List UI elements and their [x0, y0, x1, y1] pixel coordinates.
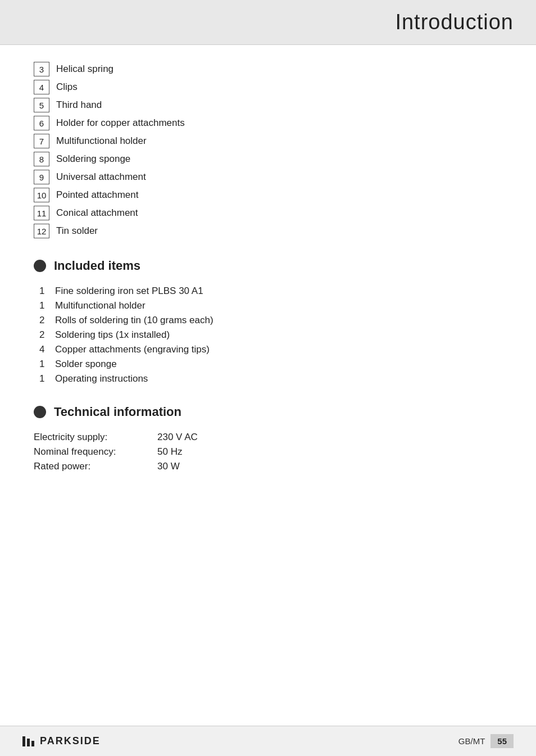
main-content: 3 Helical spring 4 Clips 5 Third hand 6 … — [0, 45, 536, 726]
list-item: 2 Rolls of soldering tin (10 grams each) — [39, 315, 502, 326]
num-badge: 11 — [34, 206, 49, 220]
list-item: 5 Third hand — [34, 98, 502, 112]
list-item: 9 Universal attachment — [34, 170, 502, 184]
num-badge: 5 — [34, 98, 49, 112]
item-label: Multifunctional holder — [56, 135, 147, 147]
list-item: 10 Pointed attachment — [34, 188, 502, 202]
tech-key: Electricity supply: — [34, 432, 157, 443]
tech-value: 50 Hz — [157, 446, 182, 458]
item-label: Copper attachments (engraving tips) — [55, 344, 210, 355]
item-label: Third hand — [56, 99, 102, 111]
item-label: Clips — [56, 82, 78, 93]
tech-row: Rated power: 30 W — [34, 461, 502, 472]
num-badge: 8 — [34, 152, 49, 166]
num-badge: 4 — [34, 80, 49, 94]
technical-info-heading: Technical information — [34, 405, 502, 419]
list-item: 1 Operating instructions — [39, 373, 502, 384]
list-item: 1 Multifunctional holder — [39, 300, 502, 311]
technical-info-title: Technical information — [54, 405, 181, 419]
footer-page: 55 — [490, 734, 514, 748]
logo-stripes-icon — [22, 736, 34, 746]
included-list: 1 Fine soldering iron set PLBS 30 A1 1 M… — [34, 286, 502, 384]
item-label: Fine soldering iron set PLBS 30 A1 — [55, 286, 203, 297]
list-item: 12 Tin solder — [34, 224, 502, 238]
list-item: 6 Holder for copper attachments — [34, 116, 502, 130]
item-qty: 1 — [39, 300, 55, 311]
list-item: 1 Solder sponge — [39, 359, 502, 370]
included-items-title: Included items — [54, 259, 140, 273]
list-item: 7 Multifunctional holder — [34, 134, 502, 148]
page: Introduction 3 Helical spring 4 Clips 5 … — [0, 0, 536, 756]
footer-right: GB/MT 55 — [458, 734, 514, 748]
brand-logo: PARKSIDE — [22, 735, 101, 747]
num-badge: 7 — [34, 134, 49, 148]
numbered-list: 3 Helical spring 4 Clips 5 Third hand 6 … — [34, 62, 502, 238]
num-badge: 12 — [34, 224, 49, 238]
item-qty: 1 — [39, 359, 55, 370]
technical-info-section: Technical information Electricity supply… — [34, 405, 502, 472]
header: Introduction — [0, 0, 536, 45]
page-title: Introduction — [395, 10, 514, 34]
tech-table: Electricity supply: 230 V AC Nominal fre… — [34, 432, 502, 472]
item-qty: 2 — [39, 315, 55, 326]
stripe-2 — [27, 739, 30, 746]
item-label: Multifunctional holder — [55, 300, 146, 311]
bullet-icon-2 — [34, 406, 46, 418]
item-label: Soldering tips (1x installed) — [55, 329, 170, 341]
item-qty: 1 — [39, 373, 55, 384]
list-item: 11 Conical attachment — [34, 206, 502, 220]
tech-key: Rated power: — [34, 461, 157, 472]
tech-key: Nominal frequency: — [34, 446, 157, 458]
item-qty: 1 — [39, 286, 55, 297]
list-item: 4 Clips — [34, 80, 502, 94]
item-label: Rolls of soldering tin (10 grams each) — [55, 315, 214, 326]
item-label: Soldering sponge — [56, 153, 130, 165]
list-item: 8 Soldering sponge — [34, 152, 502, 166]
list-item: 3 Helical spring — [34, 62, 502, 76]
item-label: Pointed attachment — [56, 189, 138, 201]
num-badge: 9 — [34, 170, 49, 184]
item-label: Operating instructions — [55, 373, 148, 384]
item-label: Tin solder — [56, 225, 98, 237]
item-label: Helical spring — [56, 64, 113, 75]
tech-row: Nominal frequency: 50 Hz — [34, 446, 502, 458]
item-label: Solder sponge — [55, 359, 117, 370]
item-qty: 2 — [39, 329, 55, 341]
list-item: 4 Copper attachments (engraving tips) — [39, 344, 502, 355]
num-badge: 10 — [34, 188, 49, 202]
stripe-1 — [22, 736, 25, 746]
num-badge: 3 — [34, 62, 49, 76]
list-item: 1 Fine soldering iron set PLBS 30 A1 — [39, 286, 502, 297]
tech-row: Electricity supply: 230 V AC — [34, 432, 502, 443]
item-label: Universal attachment — [56, 171, 146, 183]
brand-name: PARKSIDE — [40, 735, 101, 747]
item-label: Conical attachment — [56, 207, 138, 219]
num-badge: 6 — [34, 116, 49, 130]
included-items-heading: Included items — [34, 259, 502, 273]
list-item: 2 Soldering tips (1x installed) — [39, 329, 502, 341]
item-qty: 4 — [39, 344, 55, 355]
item-label: Holder for copper attachments — [56, 117, 185, 129]
tech-value: 230 V AC — [157, 432, 198, 443]
footer-region: GB/MT — [458, 736, 485, 746]
stripe-3 — [31, 741, 34, 746]
tech-value: 30 W — [157, 461, 180, 472]
bullet-icon — [34, 260, 46, 272]
footer: PARKSIDE GB/MT 55 — [0, 726, 536, 756]
included-items-section: Included items 1 Fine soldering iron set… — [34, 259, 502, 384]
